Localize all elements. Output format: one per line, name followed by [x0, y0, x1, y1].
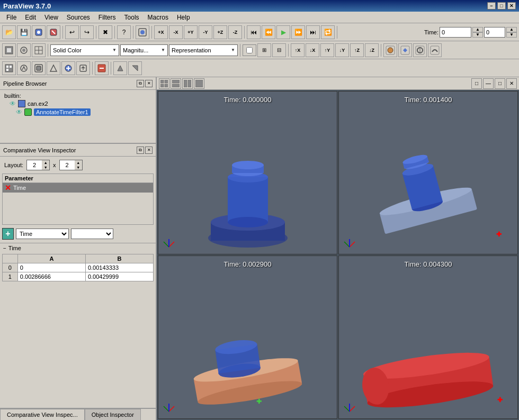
axis-z-neg[interactable]: -Z: [228, 25, 242, 39]
eye-icon-filter[interactable]: 👁: [16, 108, 22, 116]
maximize-button[interactable]: □: [497, 2, 506, 10]
layout-cols-up[interactable]: ▲: [75, 160, 82, 165]
inspector-undock-button[interactable]: ⧉: [137, 147, 144, 154]
tb2-btn3[interactable]: [32, 43, 46, 57]
tool-btn8[interactable]: [113, 61, 127, 75]
timestep-up[interactable]: ▲: [506, 27, 517, 32]
menu-edit[interactable]: Edit: [21, 13, 40, 22]
orient-btn4[interactable]: ↓Y: [335, 43, 349, 57]
color-dropdown[interactable]: Solid Color ▼: [50, 44, 119, 56]
orient-btn5[interactable]: ↑Z: [350, 43, 364, 57]
orient-btn3[interactable]: ↑Y: [320, 43, 334, 57]
render-btn1[interactable]: [383, 43, 397, 57]
row-1-a[interactable]: 0.00286666: [17, 272, 85, 281]
rescale-checkbox[interactable]: [246, 47, 253, 53]
tool-btn1[interactable]: [2, 61, 16, 75]
orient-btn1[interactable]: ↑X: [291, 43, 305, 57]
vp-restore-button[interactable]: □: [471, 78, 482, 89]
tab-comparative[interactable]: Comparative View Inspec...: [0, 409, 85, 420]
tb2-btn2[interactable]: [17, 43, 31, 57]
tb2-btn1[interactable]: [2, 43, 16, 57]
play-step-button[interactable]: ⏩: [291, 25, 305, 39]
tb2-btn5[interactable]: ⊟: [272, 43, 286, 57]
undo-button[interactable]: ↩: [65, 25, 79, 39]
pipeline-filter-label[interactable]: AnnotateTimeFilter1: [34, 109, 91, 115]
layout-cols-spinner[interactable]: ▲ ▼: [59, 160, 83, 170]
add-param-dropdown2[interactable]: [71, 229, 113, 239]
tool-btn2[interactable]: [17, 61, 31, 75]
tool-btn4[interactable]: [47, 61, 60, 75]
row-0-a[interactable]: 0: [17, 263, 85, 272]
pipeline-item-can[interactable]: 👁 can.ex2: [8, 99, 154, 108]
magnitude-dropdown[interactable]: Magnitu... ▼: [120, 44, 168, 56]
layout-cols-input[interactable]: [60, 160, 75, 170]
layout-rows-input[interactable]: [27, 160, 42, 170]
tool-btn7[interactable]: [95, 61, 109, 75]
vp-layout-btn3[interactable]: [182, 78, 193, 89]
menu-tools[interactable]: Tools: [120, 13, 144, 22]
menu-filters[interactable]: Filters: [94, 13, 120, 22]
render-btn4[interactable]: [428, 43, 442, 57]
menu-help[interactable]: Help: [173, 13, 194, 22]
vp-close-button[interactable]: ✕: [506, 78, 517, 89]
tool-btn5[interactable]: [61, 61, 75, 75]
add-param-dropdown1[interactable]: Time: [16, 229, 69, 239]
minimize-button[interactable]: −: [487, 2, 496, 10]
eye-icon-can[interactable]: 👁: [10, 100, 16, 107]
play-prev-button[interactable]: ⏪: [262, 25, 275, 39]
vp-layout-btn2[interactable]: [171, 78, 181, 89]
render-btn2[interactable]: [398, 43, 412, 57]
menu-macros[interactable]: Macros: [144, 13, 173, 22]
viewport-cell-4[interactable]: Time: 0.004300 ✚: [338, 255, 518, 419]
tool-btn9[interactable]: [128, 61, 142, 75]
collapse-icon[interactable]: −: [3, 245, 6, 251]
menu-file[interactable]: File: [2, 13, 21, 22]
layout-rows-down[interactable]: ▼: [42, 165, 49, 170]
redo-button[interactable]: ↪: [80, 25, 94, 39]
time-input[interactable]: [440, 27, 471, 38]
disconnect-button[interactable]: [47, 25, 60, 39]
reset-camera-button[interactable]: [136, 25, 149, 39]
timestep-down[interactable]: ▼: [506, 32, 517, 38]
axis-y-neg[interactable]: -Y: [199, 25, 212, 39]
axis-x-neg[interactable]: -X: [169, 25, 183, 39]
loop-button[interactable]: 🔁: [321, 25, 335, 39]
row-1-b[interactable]: 0.00429999: [85, 272, 153, 281]
tb2-btn4[interactable]: ⊞: [257, 43, 271, 57]
inspector-close-button[interactable]: ✕: [145, 147, 153, 154]
open-button[interactable]: 📂: [2, 25, 16, 39]
vp-maximize-button[interactable]: □: [495, 78, 505, 89]
add-param-button[interactable]: +: [2, 228, 14, 240]
axis-x-pos[interactable]: +X: [154, 25, 168, 39]
pipeline-undock-button[interactable]: ⧉: [137, 80, 144, 87]
viewport-cell-1[interactable]: Time: 0.000000: [158, 91, 337, 254]
menu-sources[interactable]: Sources: [62, 13, 94, 22]
time-step-input[interactable]: [484, 27, 505, 38]
pipeline-item-filter[interactable]: 👁 AnnotateTimeFilter1: [15, 108, 154, 116]
table-row[interactable]: 1 0.00286666 0.00429999: [3, 272, 154, 281]
connect-button[interactable]: [32, 25, 46, 39]
time-up[interactable]: ▲: [472, 27, 483, 32]
axis-y-pos[interactable]: +Y: [184, 25, 198, 39]
vp-layout-btn1[interactable]: [159, 78, 169, 89]
play-button[interactable]: ▶: [276, 25, 290, 39]
vp-minimize-button[interactable]: —: [483, 78, 494, 89]
layout-rows-spinner[interactable]: ▲ ▼: [26, 160, 50, 170]
time-collapse-header[interactable]: − Time: [0, 243, 156, 253]
tool-btn3[interactable]: [32, 61, 46, 75]
pipeline-close-button[interactable]: ✕: [145, 80, 153, 87]
tool-btn6[interactable]: [76, 61, 90, 75]
axis-z-pos[interactable]: +Z: [213, 25, 227, 39]
save-button[interactable]: 💾: [17, 25, 31, 39]
param-row-time[interactable]: ✕ Time: [3, 183, 153, 193]
play-first-button[interactable]: ⏮: [247, 25, 261, 39]
remove-time-button[interactable]: ✕: [5, 184, 11, 191]
layout-cols-down[interactable]: ▼: [75, 165, 82, 170]
orient-btn6[interactable]: ↓Z: [365, 43, 379, 57]
help-button[interactable]: ?: [117, 25, 131, 39]
layout-rows-up[interactable]: ▲: [42, 160, 49, 165]
play-last-button[interactable]: ⏭: [306, 25, 320, 39]
time-down[interactable]: ▼: [472, 32, 483, 38]
render-btn3[interactable]: [413, 43, 427, 57]
viewport-cell-3[interactable]: Time: 0.002900 ✚: [158, 255, 337, 419]
